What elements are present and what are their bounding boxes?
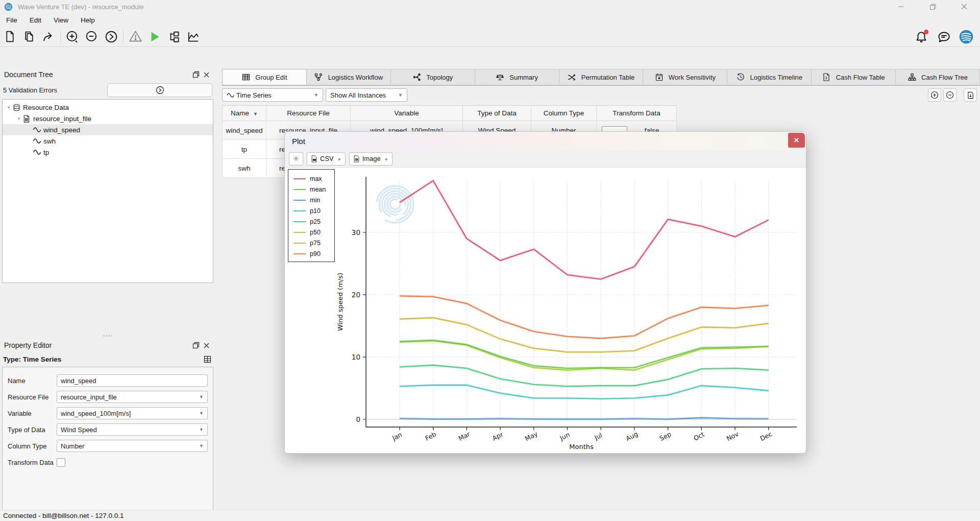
cell: wind_speed	[223, 121, 266, 140]
field-label: Transform Data	[8, 459, 57, 466]
variable-select[interactable]: wind_speed_100m[m/s]▼	[57, 407, 208, 419]
transform-data-checkbox[interactable]	[57, 458, 65, 467]
expand-arrow-icon[interactable]: ▾	[16, 116, 22, 121]
scales-icon	[496, 73, 504, 82]
x-tick-label: Nov	[725, 430, 740, 442]
tab-label: Topology	[426, 74, 453, 81]
field-type-of-data: Type of DataWind Speed▼	[8, 423, 208, 436]
zoom-out-button[interactable]	[943, 88, 957, 102]
plot-icon[interactable]	[184, 28, 203, 45]
window-title: Wave Venture TE (dev) - resource_module	[18, 3, 143, 11]
tab-work-sensitivity[interactable]: Work Sensitivity	[643, 69, 727, 85]
resource-file-select[interactable]: resource_input_file▼	[57, 391, 208, 403]
tree-item-swh[interactable]: swh	[3, 135, 213, 147]
x-axis-title: Months	[569, 443, 594, 451]
y-tick-label: 20	[352, 291, 360, 299]
legend-swatch	[293, 232, 306, 233]
x-tick-label: May	[524, 430, 539, 442]
tree-item-tp[interactable]: tp	[3, 147, 213, 158]
notifications-bell-icon[interactable]	[914, 29, 929, 44]
column-header-column-type[interactable]: Column Type	[531, 106, 597, 121]
tab-logistics-timeline[interactable]: Logistics Timeline	[727, 69, 812, 85]
brand-logo-icon[interactable]	[959, 29, 974, 44]
name-input[interactable]: wind_speed	[57, 374, 208, 387]
plot-dialog-titlebar[interactable]: Plot ✕	[285, 132, 806, 150]
plot-dialog-close-button[interactable]: ✕	[788, 133, 805, 148]
close-button[interactable]	[948, 0, 980, 13]
menu-edit[interactable]: Edit	[23, 14, 47, 26]
legend-item-max: max	[293, 173, 334, 184]
title-bar: Wave Venture TE (dev) - resource_module	[0, 0, 980, 13]
legend-item-mean: mean	[293, 184, 334, 195]
column-header-type-of-data[interactable]: Type of Data	[463, 106, 531, 121]
tab-topology[interactable]: Topology	[391, 69, 475, 85]
x-tick-label: Mar	[457, 430, 472, 442]
copy-icon[interactable]	[19, 28, 39, 45]
column-header-variable[interactable]: Variable	[351, 106, 463, 121]
run-icon[interactable]	[145, 28, 164, 45]
calendar-icon	[655, 73, 664, 82]
tab-permutation-table[interactable]: Permutation Table	[559, 69, 644, 85]
plot-settings-button[interactable]	[289, 152, 303, 165]
zoom-out-icon[interactable]	[82, 28, 102, 45]
tab-cash-flow-tree[interactable]: Cash Flow Tree	[896, 69, 980, 85]
tab-cash-flow-table[interactable]: $Cash Flow Table	[812, 69, 896, 85]
legend-label: max	[310, 175, 322, 182]
tree-item-wind_speed[interactable]: wind_speed	[3, 124, 213, 135]
tab-group-edit[interactable]: Group Edit	[222, 69, 307, 85]
step-forward-icon[interactable]	[102, 28, 121, 45]
field-column-type: Column TypeNumber▼	[8, 440, 208, 452]
export-button[interactable]	[964, 88, 977, 102]
export-image-button[interactable]: Image ▼	[349, 152, 393, 165]
y-tick-label: 0	[356, 415, 360, 423]
menu-help[interactable]: Help	[75, 14, 101, 26]
table-view-icon[interactable]	[202, 354, 212, 364]
type-filter-combo[interactable]: Time Series ▼	[222, 88, 323, 102]
tree-item-label: Resource Data	[23, 104, 69, 111]
redo-icon[interactable]	[39, 28, 58, 45]
series-p50	[400, 341, 769, 370]
export-csv-button[interactable]: CSV ▼	[307, 152, 346, 165]
column-header-resource-file[interactable]: Resource File	[266, 106, 351, 121]
new-document-icon[interactable]	[0, 28, 19, 45]
zoom-in-icon[interactable]	[63, 28, 82, 45]
close-panel-icon[interactable]	[201, 69, 211, 80]
menu-file[interactable]: File	[0, 14, 23, 26]
expand-arrow-icon[interactable]: ▾	[6, 105, 12, 110]
expand-errors-button[interactable]	[107, 83, 212, 97]
zoom-in-button[interactable]	[928, 88, 941, 102]
warning-icon[interactable]	[126, 28, 145, 45]
chart-legend: maxmeanminp10p25p50p75p90	[288, 169, 335, 262]
legend-swatch	[293, 221, 306, 222]
wave-icon	[32, 137, 41, 145]
float-panel-icon[interactable]	[191, 340, 201, 350]
menu-view[interactable]: View	[47, 14, 75, 26]
y-tick-label: 30	[352, 228, 360, 236]
database-icon	[12, 103, 21, 111]
legend-label: p90	[310, 250, 321, 257]
vertical-splitter[interactable]	[215, 49, 219, 510]
chevron-down-icon: ▼	[337, 157, 341, 162]
minimize-button[interactable]	[885, 0, 917, 13]
plot-dialog-title: Plot	[292, 137, 305, 146]
tab-summary[interactable]: Summary	[475, 69, 559, 85]
chat-icon[interactable]	[936, 29, 951, 44]
tab-logistics-workflow[interactable]: Logistics Workflow	[307, 69, 391, 85]
column-header-name[interactable]: Name▼	[223, 106, 266, 121]
close-panel-icon[interactable]	[201, 340, 211, 350]
model-tree-icon[interactable]	[164, 28, 184, 45]
csv-button-label: CSV	[320, 155, 334, 162]
column-header-transform-data[interactable]: Transform Data	[597, 106, 677, 121]
restore-button[interactable]	[917, 0, 948, 13]
panel-splitter[interactable]	[0, 333, 215, 338]
chevron-down-icon: ▼	[314, 92, 318, 98]
legend-item-p10: p10	[293, 205, 334, 216]
instances-filter-combo[interactable]: Show All Instances ▼	[326, 88, 407, 102]
document-tree: ▾Resource Data▾resource_input_filewind_s…	[2, 99, 213, 283]
tree-item-resource_input_file[interactable]: ▾resource_input_file	[3, 113, 213, 124]
column-type-select[interactable]: Number▼	[57, 440, 208, 452]
float-panel-icon[interactable]	[191, 69, 201, 80]
type-of-data-select[interactable]: Wind Speed▼	[57, 423, 208, 436]
property-editor-title: Property Editor	[4, 341, 191, 349]
tree-item-Resource Data[interactable]: ▾Resource Data	[3, 102, 213, 113]
